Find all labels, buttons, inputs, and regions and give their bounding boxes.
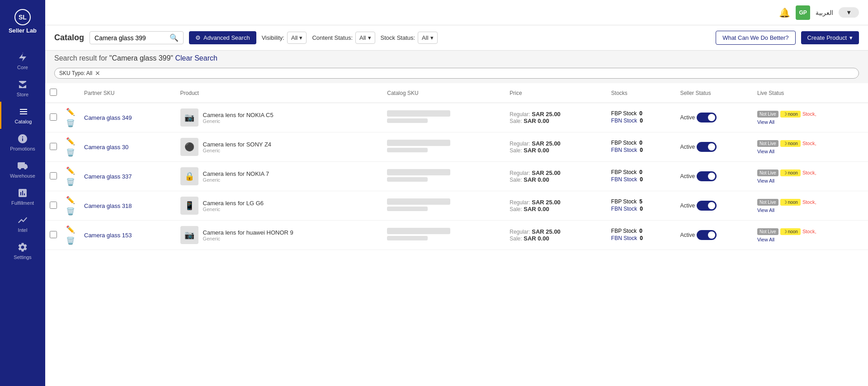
fbn-stock-link-4[interactable]: FBN Stock [611,235,637,241]
seller-status-toggle-3[interactable] [697,201,717,211]
sidebar-item-core[interactable]: Core [0,47,45,75]
content-status-select[interactable]: All ▾ [355,32,375,44]
sidebar-item-intel-label: Intel [18,227,28,233]
table-row: ✏️ 🗑️ Camera glass 30 ⚫ Camera lens for … [45,132,868,162]
noon-badge-4: ☽noon [780,228,801,235]
delete-icon-2[interactable]: 🗑️ [66,178,75,186]
language-label: العربية [816,9,833,16]
partner-sku-link-4[interactable]: Camera glass 153 [84,232,132,239]
sidebar-logo: SL Seller Lab [9,5,37,38]
sidebar-item-store[interactable]: Store [0,75,45,102]
seller-status-cell-1: Active [680,142,748,152]
sidebar-item-fulfillment[interactable]: Fulfillment [0,183,45,210]
fbp-stock-label-0: FBP Stock [611,110,637,117]
row-checkbox-0[interactable] [50,113,57,121]
partner-sku-link-2[interactable]: Camera glass 337 [84,173,132,180]
clear-search-link[interactable]: Clear Search [175,54,217,62]
seller-status-toggle-0[interactable] [697,113,717,122]
col-stocks: Stocks [607,83,676,103]
price-regular-amount-3: SAR 25.00 [532,199,561,206]
fbp-stock-label-3: FBP Stock [611,198,637,205]
active-label-3: Active [680,202,695,209]
catalog-sku-blur-4 [387,228,450,234]
price-cell-0: Regular: SAR 25.00 Sale: SAR 0.00 [509,111,602,124]
stock-text-3: Stock, [802,199,816,205]
seller-status-toggle-1[interactable] [697,142,717,152]
advanced-search-button[interactable]: ⚙ Advanced Search [189,31,256,44]
user-avatar: GP [796,5,810,20]
row-checkbox-3[interactable] [50,202,57,209]
visibility-filter: Visibility: All ▾ [262,32,307,44]
search-input[interactable] [94,34,167,42]
visibility-select[interactable]: All ▾ [287,32,307,44]
product-info-3: Camera lens for LG G6 Generic [203,200,264,212]
edit-icon-1[interactable]: ✏️ [66,137,75,146]
fbn-stock-value-1: 0 [640,147,643,153]
sidebar-item-catalog[interactable]: Catalog [0,102,45,129]
view-all-link-4[interactable]: View All [757,237,863,242]
edit-icon-0[interactable]: ✏️ [66,108,75,116]
fbn-stock-link-0[interactable]: FBN Stock [611,118,637,124]
price-sale-label-4: Sale: [509,235,522,242]
col-seller-status: Seller Status [675,83,753,103]
row-checkbox-2[interactable] [50,172,57,179]
row-checkbox-4[interactable] [50,231,57,238]
sidebar-item-settings[interactable]: Settings [0,237,45,264]
sidebar-item-promotions-label: Promotions [10,146,35,151]
remove-badge-icon[interactable]: ✕ [95,70,100,77]
delete-icon-1[interactable]: 🗑️ [66,148,75,157]
fbn-stock-link-3[interactable]: FBN Stock [611,206,637,212]
delete-icon-3[interactable]: 🗑️ [66,207,75,216]
delete-icon-4[interactable]: 🗑️ [66,236,75,245]
partner-sku-link-0[interactable]: Camera glass 349 [84,114,132,121]
partner-sku-link-1[interactable]: Camera glass 30 [84,144,128,151]
live-status-cell-0: Not Live ☽noon Stock, View All [757,111,863,125]
content-status-filter: Content Status: All ▾ [312,32,375,44]
sidebar-item-promotions[interactable]: Promotions [0,129,45,156]
product-name-4: Camera lens for huawei HONOR 9 [203,229,293,236]
sidebar: SL Seller Lab Core Store Catalog Promoti… [0,0,45,386]
stock-text-2: Stock, [802,170,816,175]
notification-bell-icon[interactable]: 🔔 [779,7,790,18]
catalog-sku-blur-1 [387,140,450,146]
catalog-sku-blur2-2 [387,177,428,182]
not-live-badge-3: Not Live [757,199,778,206]
what-can-we-do-button[interactable]: What Can We Do Better? [716,31,795,45]
noon-icon-0: ☽ [783,112,787,117]
delete-icon-0[interactable]: 🗑️ [66,119,75,127]
col-product: Product [176,83,383,103]
products-table: Partner SKU Product Catalog SKU Price St… [45,83,868,250]
live-status-row-2: Not Live ☽noon Stock, [757,169,863,176]
partner-sku-link-3[interactable]: Camera glass 318 [84,202,132,209]
view-all-link-3[interactable]: View All [757,207,863,213]
seller-status-cell-4: Active [680,230,748,240]
seller-status-toggle-2[interactable] [697,171,717,181]
stock-status-select[interactable]: All ▾ [418,32,437,44]
product-cell-0: 📷 Camera lens for NOKIA C5 Generic [180,108,378,127]
sidebar-item-warehouse[interactable]: Warehouse [0,156,45,183]
fbn-stock-link-2[interactable]: FBN Stock [611,176,637,183]
fbn-stock-link-1[interactable]: FBN Stock [611,147,637,153]
edit-icon-2[interactable]: ✏️ [66,166,75,175]
sidebar-item-warehouse-label: Warehouse [10,173,35,179]
select-all-checkbox[interactable] [50,89,57,96]
user-menu-button[interactable]: ▼ [839,7,859,18]
price-sale-amount-1: SAR 0.00 [524,147,549,154]
product-type-1: Generic [203,148,271,153]
product-info-0: Camera lens for NOKIA C5 Generic [203,112,274,124]
row-actions-0: ✏️ 🗑️ [66,108,75,127]
view-all-link-1[interactable]: View All [757,149,863,154]
main-content: 🔔 GP العربية ▼ Catalog 🔍 ⚙ Advanced Sear… [45,0,868,386]
create-product-button[interactable]: Create Product ▾ [801,31,859,44]
dropdown-arrow-icon: ▾ [849,34,853,41]
active-label-2: Active [680,173,695,179]
search-icon[interactable]: 🔍 [170,33,179,42]
product-image-2: 🔒 [180,167,198,185]
sidebar-item-intel[interactable]: Intel [0,210,45,237]
seller-status-toggle-4[interactable] [697,230,717,240]
edit-icon-3[interactable]: ✏️ [66,196,75,204]
view-all-link-0[interactable]: View All [757,119,863,125]
edit-icon-4[interactable]: ✏️ [66,225,75,234]
view-all-link-2[interactable]: View All [757,178,863,184]
row-checkbox-1[interactable] [50,143,57,150]
